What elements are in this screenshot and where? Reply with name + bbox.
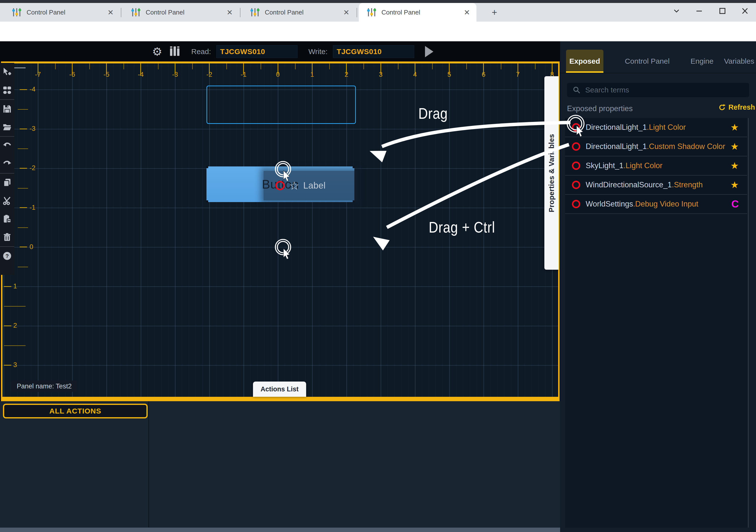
- redo-icon[interactable]: [0, 155, 14, 173]
- tab-variables[interactable]: Variables: [722, 50, 756, 73]
- resize-handle[interactable]: [353, 200, 355, 203]
- property-row[interactable]: WindDirectionalSource_1Strength★: [565, 176, 747, 195]
- tab-exposed[interactable]: Exposed: [566, 50, 604, 73]
- property-ring-icon[interactable]: [572, 200, 580, 208]
- actions-list-tab[interactable]: Actions List: [253, 382, 306, 397]
- ruler-tick: [20, 246, 27, 247]
- ruler-number: -3: [166, 71, 184, 78]
- panels-layout-icon[interactable]: [169, 45, 180, 58]
- property-owner: WorldSettings: [586, 200, 633, 209]
- read-label: Read:: [191, 47, 211, 56]
- ruler-number: 1: [304, 71, 321, 78]
- property-ring-icon: [275, 181, 285, 190]
- property-ring-icon[interactable]: [572, 181, 580, 189]
- property-name: Debug Video Input: [633, 200, 698, 209]
- refresh-button[interactable]: Refresh: [718, 103, 755, 111]
- ruler-halftick: [4, 306, 26, 307]
- tab-control-panel[interactable]: Control Panel: [620, 50, 674, 73]
- open-icon[interactable]: [0, 118, 14, 136]
- exposed-properties-title: Exposed properties: [567, 104, 633, 113]
- play-icon[interactable]: [425, 46, 433, 57]
- property-row[interactable]: SkyLight_1Light Color★: [565, 156, 747, 176]
- ruler-tick: [20, 89, 27, 90]
- ruler-halftick: [466, 63, 467, 69]
- pointer-move-icon[interactable]: [0, 63, 14, 81]
- property-ring-icon[interactable]: [572, 162, 580, 170]
- browser-tab-3[interactable]: Control Panel✕: [242, 3, 356, 22]
- undo-icon[interactable]: [0, 137, 14, 155]
- tabs-divider: [560, 73, 756, 73]
- close-button[interactable]: [739, 6, 751, 16]
- property-row[interactable]: DirectionalLight_1Light Color★: [565, 118, 747, 137]
- save-icon[interactable]: [0, 100, 14, 118]
- favorite-star-icon[interactable]: ★: [730, 180, 739, 190]
- trash-icon[interactable]: [0, 228, 14, 246]
- ruler-number: 3: [13, 361, 17, 369]
- copy-icon[interactable]: [0, 174, 14, 192]
- cut-icon[interactable]: [0, 192, 14, 210]
- tab-close-icon[interactable]: ✕: [464, 8, 470, 17]
- ruler-tick: [20, 129, 27, 129]
- write-input[interactable]: [333, 45, 414, 58]
- property-row[interactable]: DirectionalLight_1Custom Shadow Color★: [565, 137, 747, 156]
- ruler-number: -1: [235, 71, 252, 78]
- tab-close-icon[interactable]: ✕: [343, 8, 349, 17]
- ruler-tick: [4, 365, 11, 366]
- ruler-halftick: [260, 63, 261, 69]
- ruler-number: -4: [132, 71, 149, 78]
- property-ring-icon[interactable]: [572, 142, 580, 151]
- settings-gear-icon[interactable]: ⚙: [152, 46, 162, 57]
- ruler-number: -7: [29, 71, 46, 78]
- window-frame-edge: [0, 0, 756, 3]
- ghost-star-icon: ☆: [289, 180, 299, 191]
- tab-divider: [240, 8, 240, 17]
- browser-tab-1[interactable]: Control Panel✕: [4, 3, 120, 22]
- browser-tab-2[interactable]: Control Panel✕: [123, 3, 239, 22]
- left-toolbar: ?: [0, 63, 14, 275]
- favorite-star-icon[interactable]: ★: [730, 142, 739, 151]
- maximize-button[interactable]: [716, 6, 728, 16]
- tab-search-chevron-icon[interactable]: [670, 6, 683, 16]
- ruler-halftick: [18, 148, 28, 149]
- resize-handle[interactable]: [206, 200, 208, 203]
- all-actions-button[interactable]: ALL ACTIONS: [3, 404, 148, 418]
- browser-tab-4[interactable]: Control Panel✕: [359, 3, 476, 22]
- drag-ctrl-annotation: Drag + Ctrl: [429, 218, 495, 236]
- search-box[interactable]: [567, 83, 749, 97]
- properties-variables-vertical-tab[interactable]: Properties & Variables: [544, 76, 559, 270]
- resize-handle[interactable]: [206, 166, 208, 168]
- property-ring-icon[interactable]: [572, 123, 580, 132]
- ruler-number: 2: [338, 71, 355, 78]
- c-badge[interactable]: C: [731, 199, 739, 209]
- sliders-favicon-icon: [366, 7, 377, 18]
- read-input[interactable]: [216, 45, 298, 58]
- ruler-halftick: [89, 63, 90, 69]
- help-icon[interactable]: ?: [0, 247, 14, 265]
- svg-text:?: ?: [5, 253, 9, 259]
- ruler-halftick: [329, 63, 330, 69]
- tab-close-icon[interactable]: ✕: [108, 8, 114, 17]
- search-input[interactable]: [585, 86, 733, 94]
- drop-target-rect[interactable]: [206, 86, 356, 124]
- ruler-tick: [4, 325, 11, 326]
- paste-icon[interactable]: [0, 210, 14, 228]
- ruler-halftick: [18, 267, 28, 267]
- property-row[interactable]: WorldSettingsDebug Video InputC: [565, 195, 747, 214]
- property-owner: WindDirectionalSource_1: [586, 180, 672, 189]
- new-tab-button[interactable]: +: [489, 7, 500, 18]
- resize-handle[interactable]: [353, 166, 355, 168]
- ruler-number: 1: [13, 283, 17, 290]
- favorite-star-icon[interactable]: ★: [730, 161, 739, 170]
- widgets-icon[interactable]: [0, 81, 14, 99]
- panel-name-badge: Panel name: Test2: [11, 381, 77, 392]
- ghost-label: Label: [303, 180, 326, 191]
- tab-title: Control Panel: [146, 9, 227, 16]
- tab-close-icon[interactable]: ✕: [227, 8, 233, 17]
- minimize-button[interactable]: [693, 6, 705, 16]
- tab-engine[interactable]: Engine: [687, 50, 717, 73]
- ruler-halftick: [55, 63, 56, 69]
- property-name: Strength: [672, 180, 703, 189]
- ruler-number: 3: [372, 71, 389, 78]
- favorite-star-icon[interactable]: ★: [730, 123, 739, 132]
- ruler-number: 0: [30, 243, 33, 251]
